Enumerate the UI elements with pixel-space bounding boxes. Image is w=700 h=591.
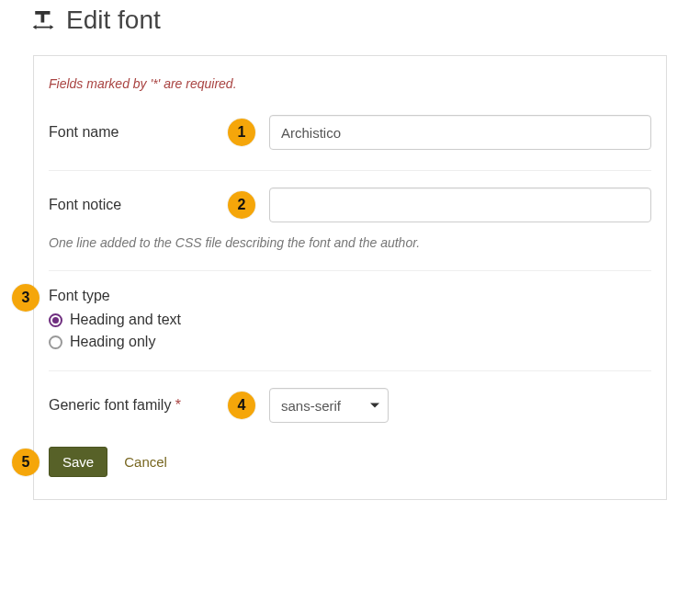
annotation-badge-5: 5 <box>12 449 40 476</box>
cancel-link[interactable]: Cancel <box>124 454 167 470</box>
font-type-radio-group: Heading and text Heading only <box>49 312 651 350</box>
font-width-icon <box>29 6 57 34</box>
font-notice-help: One line added to the CSS file describin… <box>49 235 651 250</box>
font-name-row: Font name 1 <box>49 115 651 150</box>
font-notice-row: Font notice 2 <box>49 188 651 222</box>
save-button[interactable]: Save <box>49 447 107 477</box>
form-panel: Fields marked by '*' are required. Font … <box>33 55 667 500</box>
font-name-input[interactable] <box>269 115 651 150</box>
page-title-text: Edit font <box>66 6 161 35</box>
annotation-badge-4: 4 <box>228 392 255 419</box>
annotation-badge-3: 3 <box>12 284 40 312</box>
font-type-label: Font type <box>49 288 651 304</box>
annotation-badge-1: 1 <box>228 119 255 146</box>
page-title: Edit font <box>29 6 667 35</box>
radio-icon <box>49 313 62 327</box>
font-type-option-1-label: Heading only <box>70 334 155 350</box>
generic-family-row: Generic font family * 4 <box>49 388 651 423</box>
annotation-badge-2: 2 <box>228 191 255 219</box>
font-notice-input[interactable] <box>269 188 651 222</box>
font-type-option-0-label: Heading and text <box>70 312 181 328</box>
font-type-option-0[interactable]: Heading and text <box>49 312 651 328</box>
generic-family-select[interactable] <box>269 388 389 423</box>
radio-icon <box>49 335 62 349</box>
required-note: Fields marked by '*' are required. <box>49 76 651 91</box>
font-type-option-1[interactable]: Heading only <box>49 334 651 350</box>
form-actions: 5 Save Cancel <box>49 447 651 477</box>
